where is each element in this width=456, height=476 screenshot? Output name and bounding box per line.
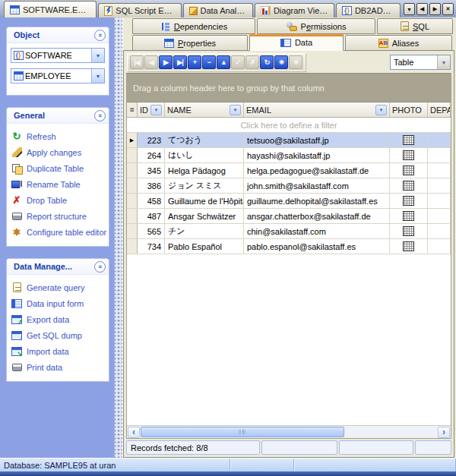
cell-id[interactable]: 386 — [138, 178, 165, 193]
column-header-name[interactable]: NAME ▼ — [165, 102, 244, 117]
editor-tab[interactable]: Data — [249, 34, 344, 51]
column-header-email[interactable]: EMAIL ▼ — [244, 102, 390, 117]
cell-id[interactable]: 565 — [138, 224, 165, 238]
cell-email[interactable]: helga.pedagogue@sakilastaff.de — [244, 163, 390, 178]
delete-record-button[interactable]: − — [202, 55, 216, 69]
window-tab[interactable]: SQL Script Editor — [98, 3, 181, 17]
sidebar-action-item[interactable]: Apply changes — [11, 144, 105, 160]
cell-photo[interactable] — [390, 239, 428, 254]
cell-photo[interactable] — [390, 148, 428, 162]
cell-photo[interactable] — [390, 194, 428, 208]
column-header-department[interactable]: DEPA — [428, 102, 451, 117]
sidebar-action-item[interactable]: Report structure — [11, 208, 105, 224]
cell-name[interactable]: てつおう — [165, 133, 244, 147]
cell-name[interactable]: チン — [165, 224, 244, 238]
window-tab[interactable]: DB2ADMIN — [336, 3, 401, 17]
blob-photo-icon[interactable] — [403, 150, 414, 160]
cell-id[interactable]: 223 — [138, 133, 165, 147]
cell-email[interactable]: tetsuoo@sakilastaff.jp — [244, 133, 390, 147]
cell-name[interactable]: Guillaume de l'Hôpital — [165, 194, 244, 208]
cell-photo[interactable] — [390, 209, 428, 223]
cell-id[interactable]: 734 — [138, 239, 165, 254]
cell-name[interactable]: Helga Pädagog — [165, 163, 244, 178]
table-row[interactable]: 565 チン chin@sakilastaff.com — [127, 224, 451, 239]
collapse-chevron-icon[interactable]: « — [94, 30, 106, 41]
prior-record-button[interactable]: ◀ — [144, 55, 158, 69]
sidebar-action-item[interactable]: Generate query — [11, 279, 105, 295]
cell-department[interactable] — [428, 178, 451, 193]
tab-list-dropdown-button[interactable]: ▼ — [404, 3, 415, 15]
cell-id[interactable]: 458 — [138, 194, 165, 208]
cell-department[interactable] — [428, 209, 451, 223]
blob-photo-icon[interactable] — [403, 211, 414, 221]
sidebar-action-item[interactable]: Get SQL dump — [11, 327, 105, 343]
editor-tab[interactable]: Aliases — [345, 35, 452, 51]
group-by-panel[interactable]: Drag a column header here to group by th… — [127, 74, 451, 102]
sidebar-action-item[interactable]: ↻ Refresh — [11, 128, 105, 144]
object-dropdown[interactable]: SOFTWARE ▼ — [11, 48, 105, 63]
chevron-down-icon[interactable]: ▼ — [437, 55, 450, 69]
cell-name[interactable]: Ansgar Schwätzer — [165, 209, 244, 223]
cell-department[interactable] — [428, 133, 451, 147]
blob-photo-icon[interactable] — [403, 226, 414, 236]
window-tab[interactable]: Data Analysis — [183, 3, 253, 17]
sidebar-action-item[interactable]: Data input form — [11, 295, 105, 311]
blob-photo-icon[interactable] — [403, 135, 414, 145]
fetch-all-button[interactable]: ✳ — [274, 55, 288, 69]
editor-tab[interactable]: Properties — [132, 35, 248, 51]
collapse-chevron-icon[interactable]: « — [94, 261, 106, 273]
sidebar-action-item[interactable]: Print data — [11, 359, 105, 375]
cell-email[interactable]: hayashi@sakilastaff.jp — [244, 148, 390, 162]
cell-photo[interactable] — [390, 178, 428, 193]
sidebar-action-item[interactable]: ✗ Drop Table — [11, 192, 105, 208]
window-tab[interactable]: SOFTWARE.EMP... — [4, 1, 97, 17]
window-tab[interactable]: Diagram Viewer — [255, 3, 334, 17]
chevron-down-icon[interactable]: ▼ — [91, 49, 104, 62]
blob-photo-icon[interactable] — [403, 196, 414, 206]
cell-id[interactable]: 345 — [138, 163, 165, 178]
table-row[interactable]: 264 はいし hayashi@sakilastaff.jp — [127, 148, 451, 163]
column-header-id[interactable]: ID ▼ — [138, 102, 165, 117]
table-row[interactable]: 734 Pablo Español pablo.espanol@sakilast… — [127, 239, 451, 254]
collapse-chevron-icon[interactable]: « — [94, 110, 106, 121]
cell-department[interactable] — [428, 194, 451, 208]
cell-photo[interactable] — [390, 133, 428, 147]
cell-id[interactable]: 264 — [138, 148, 165, 162]
sidebar-action-item[interactable]: Import data — [11, 343, 105, 359]
cell-email[interactable]: pablo.espanol@sakilastaff.es — [244, 239, 390, 254]
sidebar-action-item[interactable]: Rename Table — [11, 176, 105, 192]
view-mode-select[interactable]: Table ▼ — [390, 55, 451, 70]
cell-name[interactable]: Pablo Español — [165, 239, 244, 254]
cell-name[interactable]: はいし — [165, 148, 244, 162]
cancel-edit-button[interactable]: ✗ — [245, 55, 259, 69]
cell-email[interactable]: chin@sakilastaff.com — [244, 224, 390, 238]
insert-record-button[interactable]: + — [188, 55, 201, 69]
table-row[interactable]: 458 Guillaume de l'Hôpital guillaume.del… — [127, 194, 451, 209]
scroll-tabs-left-button[interactable]: ◀ — [416, 3, 428, 15]
filter-dropdown-icon[interactable]: ▼ — [230, 105, 241, 115]
cell-department[interactable] — [428, 239, 451, 254]
post-edit-button[interactable]: ✓ — [231, 55, 245, 69]
table-row[interactable]: 345 Helga Pädagog helga.pedagogue@sakila… — [127, 163, 451, 178]
sidebar-action-item[interactable]: Export data — [11, 311, 105, 327]
cell-photo[interactable] — [390, 163, 428, 178]
column-header-photo[interactable]: PHOTO — [390, 102, 428, 117]
blob-photo-icon[interactable] — [403, 241, 414, 251]
horizontal-scrollbar[interactable]: ‹ › — [127, 425, 451, 438]
close-tab-button[interactable]: ✕ — [442, 3, 454, 15]
cell-department[interactable] — [428, 163, 451, 178]
next-record-button[interactable]: ▶ — [159, 55, 173, 69]
cell-email[interactable]: ansgar.chatterbox@sakilastaff.de — [244, 209, 390, 223]
cell-id[interactable]: 487 — [138, 209, 165, 223]
table-row[interactable]: ▶ 223 てつおう tetsuoo@sakilastaff.jp — [127, 133, 451, 148]
refresh-data-button[interactable]: ↻ — [260, 55, 274, 69]
editor-tab[interactable]: Permissions — [257, 18, 375, 34]
blob-photo-icon[interactable] — [403, 181, 414, 191]
object-dropdown[interactable]: EMPLOYEE ▼ — [11, 68, 105, 84]
sidebar-action-item[interactable]: Duplicate Table — [11, 160, 105, 176]
stop-fetch-button[interactable]: ✳ — [289, 55, 302, 69]
editor-tab[interactable]: SQL — [377, 18, 453, 34]
cell-email[interactable]: guillaume.delhopital@sakilastaff.es — [244, 194, 390, 208]
sidebar-splitter[interactable] — [114, 17, 123, 458]
scroll-right-icon[interactable]: › — [438, 427, 450, 438]
